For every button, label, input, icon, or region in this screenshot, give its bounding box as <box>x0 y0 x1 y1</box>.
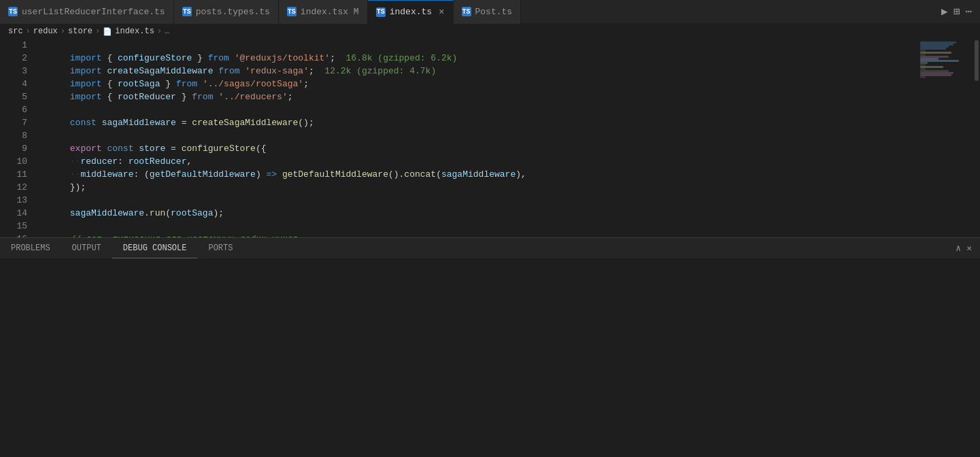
tab-label: Post.ts <box>475 7 513 17</box>
ts-icon: TS <box>462 7 471 16</box>
scrollbar[interactable] <box>973 39 980 237</box>
code-editor[interactable]: import { configureStore } from '@reduxjs… <box>33 39 919 237</box>
code-line-15: // доп. типизация для кастомных redux-ху… <box>38 220 919 233</box>
line-num-11: 11 <box>0 168 27 181</box>
ts-icon-active: TS <box>376 7 386 17</box>
tsx-icon: TS <box>287 7 297 16</box>
breadcrumb-sep3: › <box>95 27 100 36</box>
line-num-6: 6 <box>0 103 27 116</box>
line-numbers: 1 2 3 4 5 6 7 8 9 10 11 12 13 14 15 16 1… <box>0 39 33 237</box>
line-num-15: 15 <box>0 220 27 233</box>
ts-icon: TS <box>8 7 18 16</box>
split-editor-icon[interactable]: ⊞ <box>953 5 960 18</box>
line-num-14: 14 <box>0 207 27 220</box>
code-line-8: export const store = configureStore({ <box>38 129 919 142</box>
line-num-2: 2 <box>0 52 27 65</box>
line-num-16: 16 <box>0 233 27 237</box>
scrollbar-thumb[interactable] <box>975 40 979 81</box>
line-num-13: 13 <box>0 194 27 207</box>
tab-label-active: index.ts <box>390 7 432 17</box>
breadcrumb: src › redux › store › 📄 index.ts › … <box>0 24 980 39</box>
code-line-6: const sagaMiddleware = createSagaMiddlew… <box>38 103 919 116</box>
panel-tab-debug-console[interactable]: DEBUG CONSOLE <box>112 238 198 258</box>
line-num-12: 12 <box>0 181 27 194</box>
breadcrumb-redux[interactable]: redux <box>33 27 58 36</box>
code-line-1: import { configureStore } from '@reduxjs… <box>38 39 919 52</box>
tab-userListReducerInterface[interactable]: TS userListReducerInterface.ts <box>0 0 174 24</box>
breadcrumb-file-icon: 📄 <box>103 27 112 36</box>
breadcrumb-store[interactable]: store <box>68 27 92 36</box>
bottom-panel-tabs: PROBLEMS OUTPUT DEBUG CONSOLE PORTS ∧ ✕ <box>0 237 980 258</box>
line-num-10: 10 <box>0 155 27 168</box>
breadcrumb-file[interactable]: index.ts <box>115 27 154 36</box>
panel-chevron-up-icon[interactable]: ∧ <box>956 243 961 254</box>
line-num-5: 5 <box>0 90 27 103</box>
line-num-4: 4 <box>0 78 27 90</box>
run-icon[interactable]: ▶ <box>941 5 948 18</box>
tab-label: posts.types.ts <box>196 7 270 17</box>
tab-post-ts[interactable]: TS Post.ts <box>454 0 522 24</box>
tab-label: index.tsx M <box>301 7 359 17</box>
breadcrumb-sep2: › <box>61 27 65 36</box>
breadcrumb-ellipsis: … <box>165 27 169 36</box>
debug-console-content <box>0 258 980 457</box>
minimap[interactable] <box>919 39 973 237</box>
tab-index-ts[interactable]: TS index.ts × <box>368 0 454 24</box>
tab-bar-actions: ▶ ⊞ ⋯ <box>941 5 980 18</box>
tab-label: userListReducerInterface.ts <box>22 7 165 17</box>
line-num-8: 8 <box>0 129 27 142</box>
panel-tab-problems[interactable]: PROBLEMS <box>0 238 61 258</box>
breadcrumb-src[interactable]: src <box>8 27 23 36</box>
breadcrumb-sep4: › <box>157 27 162 36</box>
tab-posts-types[interactable]: TS posts.types.ts <box>174 0 279 24</box>
code-line-12 <box>38 181 919 194</box>
panel-actions: ∧ ✕ <box>956 243 980 254</box>
panel-tab-output[interactable]: OUTPUT <box>61 238 112 258</box>
tab-index-tsx[interactable]: TS index.tsx M <box>279 0 368 24</box>
tab-bar: TS userListReducerInterface.ts TS posts.… <box>0 0 980 24</box>
line-num-9: 9 <box>0 142 27 155</box>
panel-tab-ports[interactable]: PORTS <box>197 238 243 258</box>
line-num-1: 1 <box>0 39 27 52</box>
ts-icon: TS <box>182 7 192 16</box>
line-num-3: 3 <box>0 65 27 78</box>
breadcrumb-sep1: › <box>26 27 31 36</box>
line-num-7: 7 <box>0 116 27 129</box>
panel-close-icon[interactable]: ✕ <box>966 243 972 254</box>
editor-area: 1 2 3 4 5 6 7 8 9 10 11 12 13 14 15 16 1… <box>0 39 980 237</box>
code-line-13: sagaMiddleware.run(rootSaga); <box>38 194 919 207</box>
more-actions-icon[interactable]: ⋯ <box>965 5 972 18</box>
tab-close-button[interactable]: × <box>439 7 444 18</box>
